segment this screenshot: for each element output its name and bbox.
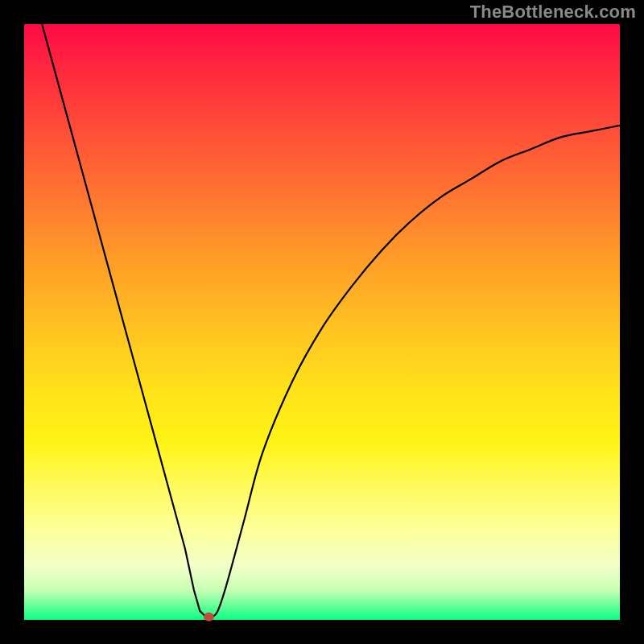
bottleneck-curve-line: [42, 24, 620, 617]
watermark-text: TheBottleneck.com: [470, 2, 636, 23]
chart-container: TheBottleneck.com: [0, 0, 644, 644]
minimum-marker-dot: [204, 613, 213, 621]
bottleneck-curve-svg: [24, 24, 620, 620]
